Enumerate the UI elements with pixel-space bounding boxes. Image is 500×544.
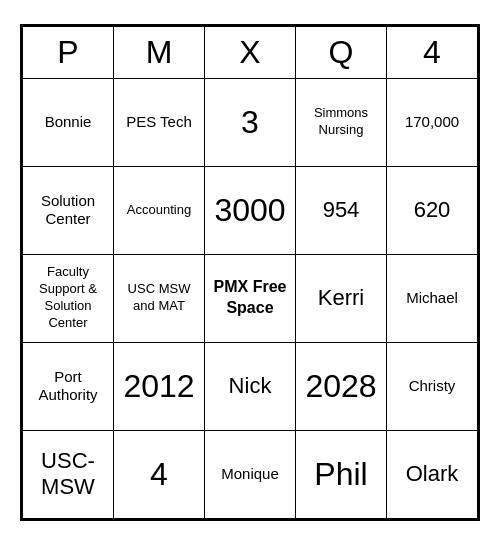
table-cell: Monique	[205, 430, 296, 518]
table-cell: Faculty Support & Solution Center	[23, 254, 114, 342]
table-cell: Accounting	[114, 166, 205, 254]
table-cell: Olark	[387, 430, 478, 518]
table-cell: USC MSW and MAT	[114, 254, 205, 342]
table-cell: Simmons Nursing	[296, 78, 387, 166]
table-row: Solution CenterAccounting3000954620	[23, 166, 478, 254]
table-cell: 3000	[205, 166, 296, 254]
table-row: BonniePES Tech3Simmons Nursing170,000	[23, 78, 478, 166]
header-row: PMXQ4	[23, 26, 478, 78]
table-cell: 170,000	[387, 78, 478, 166]
bingo-table: PMXQ4 BonniePES Tech3Simmons Nursing170,…	[22, 26, 478, 519]
table-cell: 3	[205, 78, 296, 166]
table-cell: Port Authority	[23, 342, 114, 430]
table-cell: Christy	[387, 342, 478, 430]
table-cell: 2028	[296, 342, 387, 430]
table-cell: Phil	[296, 430, 387, 518]
table-cell: Bonnie	[23, 78, 114, 166]
table-cell: 954	[296, 166, 387, 254]
table-cell: PES Tech	[114, 78, 205, 166]
header-cell: M	[114, 26, 205, 78]
table-cell: PMX Free Space	[205, 254, 296, 342]
header-cell: Q	[296, 26, 387, 78]
table-cell: Nick	[205, 342, 296, 430]
table-row: USC-MSW4MoniquePhilOlark	[23, 430, 478, 518]
table-cell: Kerri	[296, 254, 387, 342]
table-cell: 2012	[114, 342, 205, 430]
header-cell: P	[23, 26, 114, 78]
table-row: Port Authority2012Nick2028Christy	[23, 342, 478, 430]
table-cell: 620	[387, 166, 478, 254]
bingo-card: PMXQ4 BonniePES Tech3Simmons Nursing170,…	[20, 24, 480, 521]
table-cell: Michael	[387, 254, 478, 342]
table-cell: USC-MSW	[23, 430, 114, 518]
table-cell: 4	[114, 430, 205, 518]
header-cell: 4	[387, 26, 478, 78]
table-cell: Solution Center	[23, 166, 114, 254]
header-cell: X	[205, 26, 296, 78]
table-row: Faculty Support & Solution CenterUSC MSW…	[23, 254, 478, 342]
